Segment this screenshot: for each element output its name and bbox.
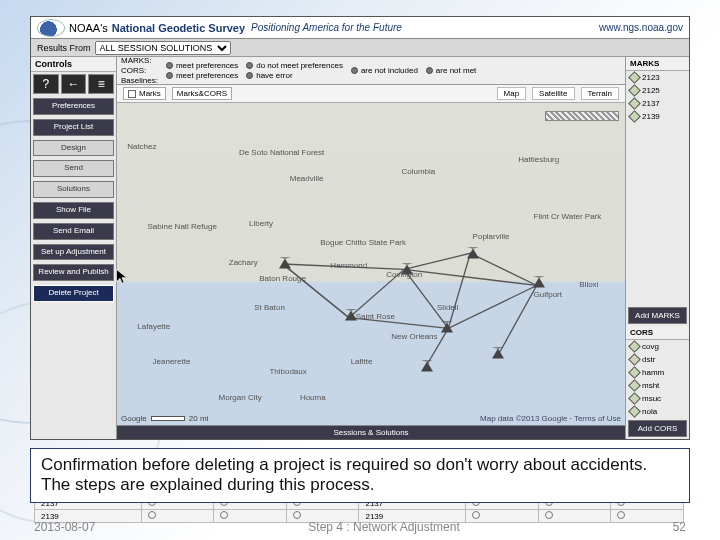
node-mark[interactable]	[421, 360, 433, 371]
help-button[interactable]: ?	[33, 74, 59, 94]
map-canvas[interactable]: Natchez Sabine Natl Refuge De Soto Natio…	[117, 103, 625, 425]
nav-solutions[interactable]: Solutions	[33, 181, 114, 198]
results-bar: Results From ALL SESSION SOLUTIONS	[31, 39, 689, 57]
cors-item[interactable]: covg	[626, 340, 689, 353]
place-label: Lafayette	[137, 322, 170, 331]
place-label: Hattiesburg	[518, 155, 559, 164]
node-mark[interactable]	[279, 257, 291, 268]
diamond-icon	[628, 366, 641, 379]
place-label: De Soto National Forest	[239, 148, 324, 157]
nav-send[interactable]: Send	[33, 160, 114, 177]
place-label: Houma	[300, 393, 326, 402]
filter-cors-label: CORS:	[121, 66, 158, 75]
filter-marks-label: MARKS:	[121, 56, 158, 65]
diamond-icon	[628, 340, 641, 353]
network-lines	[117, 103, 625, 425]
place-label: Sabine Natl Refuge	[147, 222, 216, 231]
footer-page: 52	[673, 520, 686, 534]
filter-opt: have error	[246, 71, 343, 80]
diamond-icon	[628, 71, 641, 84]
cors-item[interactable]: hamm	[626, 366, 689, 379]
cors-item[interactable]: msht	[626, 379, 689, 392]
cors-item[interactable]: msuc	[626, 392, 689, 405]
place-label: Liberty	[249, 219, 273, 228]
noaa-org: NOAA's	[69, 22, 108, 34]
cors-header: CORS	[626, 326, 689, 340]
mark-item[interactable]: 2125	[626, 84, 689, 97]
diamond-icon	[628, 110, 641, 123]
diamond-icon	[628, 405, 641, 418]
filter-opt: are not included	[351, 66, 418, 75]
place-label: Hammond	[330, 261, 367, 270]
back-button[interactable]: ←	[61, 74, 87, 94]
diamond-icon	[628, 392, 641, 405]
place-label: Biloxi	[579, 280, 598, 289]
tab-satellite[interactable]: Satellite	[532, 87, 574, 100]
place-label: Lafitte	[351, 357, 373, 366]
filter-baselines-label: Baselines:	[121, 76, 158, 85]
nav-show-file[interactable]: Show File	[33, 202, 114, 219]
node-mark[interactable]	[467, 248, 479, 259]
place-label: Jeanerette	[153, 357, 191, 366]
chip-marks[interactable]: Marks	[123, 87, 166, 100]
nav-send-email[interactable]: Send Email	[33, 223, 114, 240]
map-terms[interactable]: Map data ©2013 Google · Terms of Use	[480, 414, 621, 423]
marks-panel: MARKS 2123 2125 2137 2139 Add MARKS CORS…	[625, 57, 689, 439]
slide-footer: 2013-08-07 Step 4 : Network Adjustment 5…	[0, 520, 720, 534]
filter-opt: are not met	[426, 66, 476, 75]
nav-design[interactable]: Design	[33, 140, 114, 157]
nav-preferences[interactable]: Preferences	[33, 98, 114, 115]
place-label: Gulfport	[534, 290, 562, 299]
map-attribution: Google 20 mi	[121, 414, 208, 423]
menu-button[interactable]: ≡	[88, 74, 114, 94]
diamond-icon	[628, 353, 641, 366]
noaa-url: www.ngs.noaa.gov	[599, 22, 683, 33]
place-label: Zachary	[229, 258, 258, 267]
nav-setup-adjustment[interactable]: Set up Adjustment	[33, 244, 114, 261]
footer-date: 2013-08-07	[34, 520, 95, 534]
noaa-header-bar: NOAA's National Geodetic Survey Position…	[31, 17, 689, 39]
tab-terrain[interactable]: Terrain	[581, 87, 619, 100]
place-label: Covington	[386, 270, 422, 279]
diamond-icon	[628, 379, 641, 392]
place-label: Flint Cr Water Park	[534, 212, 602, 221]
cors-item[interactable]: nola	[626, 405, 689, 418]
node-mark[interactable]	[533, 277, 545, 288]
controls-panel: Controls ? ← ≡ Preferences Project List …	[31, 57, 117, 439]
filter-opt: meet preferences	[166, 71, 238, 80]
footer-step: Step 4 : Network Adjustment	[95, 520, 672, 534]
place-label: Saint Rose	[356, 312, 395, 321]
add-marks-button[interactable]: Add MARKS	[628, 307, 687, 324]
place-label: Natchez	[127, 142, 156, 151]
mark-item[interactable]: 2137	[626, 97, 689, 110]
place-label: St Baton	[254, 303, 285, 312]
place-label: New Orleans	[391, 332, 437, 341]
map-tabs-bar: Marks Marks&CORS Map Satellite Terrain	[117, 85, 625, 103]
place-label: Slidell	[437, 303, 458, 312]
marks-header: MARKS	[626, 57, 689, 71]
place-label: Morgan City	[219, 393, 262, 402]
node-mark[interactable]	[441, 322, 453, 333]
chip-marks-cors[interactable]: Marks&CORS	[172, 87, 232, 100]
slide-annotation: Confirmation before deleting a project i…	[30, 448, 690, 503]
app-window: NOAA's National Geodetic Survey Position…	[30, 16, 690, 440]
node-mark[interactable]	[492, 348, 504, 359]
results-label: Results From	[37, 43, 91, 53]
place-label: Columbia	[401, 167, 435, 176]
mark-item[interactable]: 2123	[626, 71, 689, 84]
delete-project-button[interactable]: Delete Project	[33, 285, 114, 302]
sessions-header[interactable]: Sessions & Solutions	[117, 425, 625, 439]
cors-item[interactable]: dstr	[626, 353, 689, 366]
nav-project-list[interactable]: Project List	[33, 119, 114, 136]
place-label: Thibodaux	[269, 367, 306, 376]
diamond-icon	[628, 97, 641, 110]
results-select[interactable]: ALL SESSION SOLUTIONS	[95, 41, 231, 55]
noaa-title: National Geodetic Survey	[112, 22, 245, 34]
mark-item[interactable]: 2139	[626, 110, 689, 123]
place-label: Bogue Chitto State Park	[320, 238, 406, 247]
tab-map[interactable]: Map	[497, 87, 527, 100]
add-cors-button[interactable]: Add CORS	[628, 420, 687, 437]
nav-review-publish[interactable]: Review and Publish	[33, 264, 114, 281]
filter-opt: meet preferences	[166, 61, 238, 70]
filter-bar: MARKS: CORS: Baselines: meet preferences…	[117, 57, 625, 85]
